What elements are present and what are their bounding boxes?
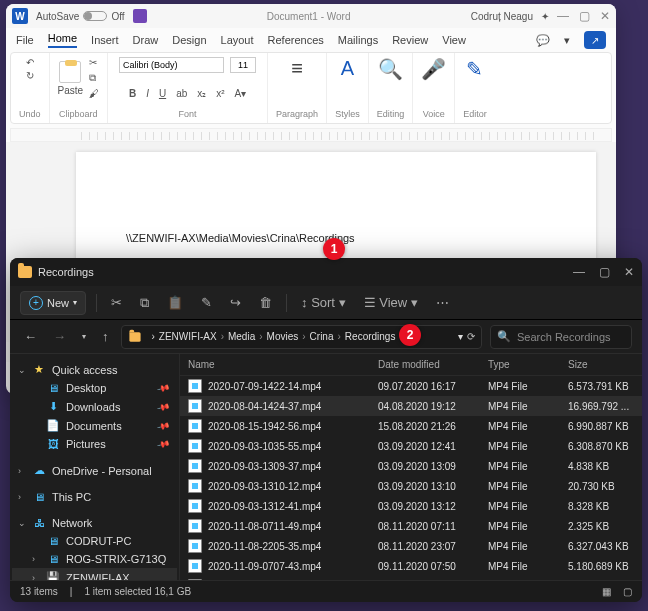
- tab-layout[interactable]: Layout: [221, 34, 254, 46]
- file-row[interactable]: 2020-11-09-0707-43.mp409.11.2020 07:50MP…: [180, 556, 642, 576]
- group-label-editor: Editor: [463, 109, 487, 119]
- file-row[interactable]: 2020-07-09-1422-14.mp409.07.2020 16:17MP…: [180, 376, 642, 396]
- nav-desktop[interactable]: 🖥Desktop📌: [12, 379, 177, 397]
- autosave-toggle[interactable]: AutoSave Off: [36, 11, 125, 22]
- nav-this-pc[interactable]: ›🖥This PC: [12, 488, 177, 506]
- tab-review[interactable]: Review: [392, 34, 428, 46]
- view-button[interactable]: ☰ View ▾: [360, 291, 422, 314]
- coming-soon-icon[interactable]: ✦: [541, 11, 549, 22]
- tab-file[interactable]: File: [16, 34, 34, 46]
- details-view-icon[interactable]: ▦: [602, 586, 611, 597]
- forward-button[interactable]: →: [49, 327, 70, 346]
- crumb-2[interactable]: Media: [228, 331, 255, 342]
- tab-design[interactable]: Design: [172, 34, 206, 46]
- col-type[interactable]: Type: [488, 359, 568, 370]
- address-bar[interactable]: › ZENWIFI-AX› Media› Movies› Crina› Reco…: [121, 325, 483, 349]
- paste-icon[interactable]: 📋: [163, 291, 187, 314]
- nav-net-codrut[interactable]: 🖥CODRUT-PC: [12, 532, 177, 550]
- nav-pictures[interactable]: 🖼Pictures📌: [12, 435, 177, 453]
- underline-button[interactable]: U: [157, 88, 168, 99]
- crumb-5[interactable]: Recordings: [345, 331, 396, 342]
- file-row[interactable]: 2020-09-03-1310-12.mp403.09.2020 13:10MP…: [180, 476, 642, 496]
- crumb-1[interactable]: ZENWIFI-AX: [159, 331, 217, 342]
- file-row[interactable]: 2020-08-04-1424-37.mp404.08.2020 19:12MP…: [180, 396, 642, 416]
- close-button[interactable]: ✕: [600, 9, 610, 23]
- minimize-button[interactable]: —: [573, 265, 585, 279]
- file-row[interactable]: 2020-09-03-1035-55.mp403.09.2020 12:41MP…: [180, 436, 642, 456]
- tab-insert[interactable]: Insert: [91, 34, 119, 46]
- sort-button[interactable]: ↕ Sort ▾: [297, 291, 350, 314]
- file-rows: 2020-07-09-1422-14.mp409.07.2020 16:17MP…: [180, 376, 642, 580]
- share-button[interactable]: ↗: [584, 31, 606, 49]
- tab-draw[interactable]: Draw: [133, 34, 159, 46]
- col-size[interactable]: Size: [568, 359, 642, 370]
- minimize-button[interactable]: —: [557, 9, 569, 23]
- nav-onedrive[interactable]: ›☁OneDrive - Personal: [12, 461, 177, 480]
- editing-icon[interactable]: 🔍: [378, 57, 403, 81]
- ribbon-options-icon[interactable]: ▾: [564, 34, 570, 47]
- rename-icon[interactable]: ✎: [197, 291, 216, 314]
- file-name: 2020-08-04-1424-37.mp4: [208, 401, 321, 412]
- recent-button[interactable]: ▾: [78, 330, 90, 343]
- file-row[interactable]: 2020-08-15-1942-56.mp415.08.2020 21:26MP…: [180, 416, 642, 436]
- text-effects-button[interactable]: A▾: [233, 88, 249, 99]
- save-icon[interactable]: [133, 9, 147, 23]
- italic-button[interactable]: I: [144, 88, 151, 99]
- new-button[interactable]: + New ▾: [20, 291, 86, 315]
- crumb-3[interactable]: Movies: [267, 331, 299, 342]
- nav-quick-access[interactable]: ⌄★Quick access: [12, 360, 177, 379]
- chevron-down-icon[interactable]: ▾: [458, 331, 463, 342]
- strike-button[interactable]: ab: [174, 88, 189, 99]
- ruler[interactable]: [10, 128, 612, 142]
- address-row: ← → ▾ ↑ › ZENWIFI-AX› Media› Movies› Cri…: [10, 320, 642, 354]
- video-file-icon: [188, 499, 202, 513]
- format-painter-icon[interactable]: 🖌: [89, 88, 99, 99]
- styles-icon[interactable]: A: [341, 57, 354, 80]
- font-size-select[interactable]: [230, 57, 256, 73]
- col-name[interactable]: Name: [188, 359, 378, 370]
- nav-network[interactable]: ⌄🖧Network: [12, 514, 177, 532]
- nav-net-zenwifi[interactable]: ›💾ZENWIFI-AX: [12, 568, 177, 580]
- maximize-button[interactable]: ▢: [599, 265, 610, 279]
- crumb-4[interactable]: Crina: [310, 331, 334, 342]
- maximize-button[interactable]: ▢: [579, 9, 590, 23]
- cut-icon[interactable]: ✂: [107, 291, 126, 314]
- tab-references[interactable]: References: [268, 34, 324, 46]
- font-name-select[interactable]: [119, 57, 224, 73]
- share-icon[interactable]: ↪: [226, 291, 245, 314]
- file-row[interactable]: 2020-09-03-1309-37.mp403.09.2020 13:09MP…: [180, 456, 642, 476]
- copy-icon[interactable]: ⧉: [89, 72, 99, 84]
- tab-view[interactable]: View: [442, 34, 466, 46]
- nav-net-rog[interactable]: ›🖥ROG-STRIX-G713Q: [12, 550, 177, 568]
- crumb-0[interactable]: ›: [152, 331, 155, 342]
- copy-icon[interactable]: ⧉: [136, 291, 153, 315]
- editor-icon[interactable]: ✎: [466, 57, 483, 81]
- undo-icon[interactable]: ↶: [26, 57, 34, 68]
- cut-icon[interactable]: ✂: [89, 57, 99, 68]
- large-icons-view-icon[interactable]: ▢: [623, 586, 632, 597]
- bold-button[interactable]: B: [127, 88, 138, 99]
- up-button[interactable]: ↑: [98, 327, 113, 346]
- redo-icon[interactable]: ↻: [26, 70, 34, 81]
- superscript-button[interactable]: x²: [214, 88, 226, 99]
- col-date[interactable]: Date modified: [378, 359, 488, 370]
- more-button[interactable]: ⋯: [432, 291, 453, 314]
- paste-button[interactable]: Paste: [58, 61, 84, 96]
- refresh-icon[interactable]: ⟳: [467, 331, 475, 342]
- close-button[interactable]: ✕: [624, 265, 634, 279]
- group-label-font: Font: [179, 109, 197, 119]
- file-row[interactable]: 2020-11-08-0711-49.mp408.11.2020 07:11MP…: [180, 516, 642, 536]
- tab-mailings[interactable]: Mailings: [338, 34, 378, 46]
- paragraph-icon[interactable]: ≡: [291, 57, 303, 80]
- tab-home[interactable]: Home: [48, 32, 77, 48]
- file-row[interactable]: 2020-09-03-1312-41.mp403.09.2020 13:12MP…: [180, 496, 642, 516]
- nav-documents[interactable]: 📄Documents📌: [12, 416, 177, 435]
- dictate-icon[interactable]: 🎤: [421, 57, 446, 81]
- comments-icon[interactable]: 💬: [536, 34, 550, 47]
- nav-downloads[interactable]: ⬇Downloads📌: [12, 397, 177, 416]
- back-button[interactable]: ←: [20, 327, 41, 346]
- subscript-button[interactable]: x₂: [195, 88, 208, 99]
- file-row[interactable]: 2020-11-08-2205-35.mp408.11.2020 23:07MP…: [180, 536, 642, 556]
- delete-icon[interactable]: 🗑: [255, 291, 276, 314]
- search-box[interactable]: 🔍 Search Recordings: [490, 325, 632, 349]
